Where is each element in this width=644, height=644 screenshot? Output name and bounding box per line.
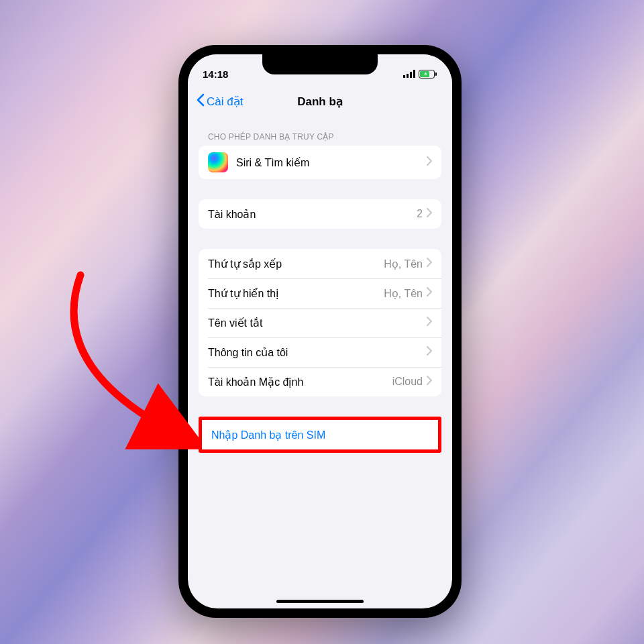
row-label: Thứ tự sắp xếp (208, 258, 384, 270)
row-value: 2 (417, 208, 423, 220)
battery-charging-icon (419, 70, 437, 78)
row-label: Tài khoản (208, 208, 417, 221)
back-button[interactable]: Cài đặt (196, 93, 243, 110)
highlight-annotation: Nhập Danh bạ trên SIM (199, 417, 441, 453)
chevron-right-icon (427, 208, 432, 220)
svg-rect-0 (403, 75, 405, 78)
chevron-right-icon (427, 317, 432, 329)
row-value: Họ, Tên (384, 287, 423, 300)
row-sort-order[interactable]: Thứ tự sắp xếp Họ, Tên (199, 249, 441, 278)
siri-icon (208, 152, 228, 172)
nav-bar: Cài đặt Danh bạ (188, 87, 452, 116)
row-label: Thông tin của tôi (208, 346, 427, 359)
row-label: Tên viết tắt (208, 317, 427, 329)
row-siri-search[interactable]: Siri & Tìm kiếm (199, 146, 441, 179)
notch (262, 54, 378, 74)
svg-rect-3 (413, 70, 415, 78)
phone-frame: 14:18 Cài đặt Danh bạ CHO PHÉP DANH BẠ T… (178, 45, 462, 618)
svg-rect-1 (407, 74, 409, 78)
back-label: Cài đặt (207, 95, 243, 109)
section-header-access: CHO PHÉP DANH BẠ TRUY CẬP (199, 116, 441, 146)
row-value: Họ, Tên (384, 258, 423, 270)
row-short-name[interactable]: Tên viết tắt (199, 308, 441, 337)
row-value: iCloud (392, 376, 423, 388)
row-my-info[interactable]: Thông tin của tôi (199, 337, 441, 367)
row-import-sim[interactable]: Nhập Danh bạ trên SIM (202, 420, 438, 449)
row-label: Tài khoản Mặc định (208, 376, 392, 388)
cellular-signal-icon (403, 70, 415, 78)
page-title: Danh bạ (297, 95, 343, 109)
home-indicator[interactable] (276, 600, 364, 603)
svg-rect-2 (410, 72, 412, 78)
chevron-right-icon (427, 346, 432, 358)
chevron-left-icon (196, 93, 205, 110)
svg-rect-6 (435, 72, 437, 76)
chevron-right-icon (427, 156, 432, 168)
chevron-right-icon (427, 287, 432, 299)
row-default-account[interactable]: Tài khoản Mặc định iCloud (199, 367, 441, 396)
chevron-right-icon (427, 258, 432, 270)
row-label: Nhập Danh bạ trên SIM (211, 429, 429, 441)
status-time: 14:18 (203, 68, 228, 80)
row-display-order[interactable]: Thứ tự hiển thị Họ, Tên (199, 278, 441, 308)
screen: 14:18 Cài đặt Danh bạ CHO PHÉP DANH BẠ T… (188, 54, 452, 608)
row-label: Siri & Tìm kiếm (236, 156, 427, 169)
chevron-right-icon (427, 376, 432, 388)
row-label: Thứ tự hiển thị (208, 287, 384, 300)
row-accounts[interactable]: Tài khoản 2 (199, 199, 441, 229)
